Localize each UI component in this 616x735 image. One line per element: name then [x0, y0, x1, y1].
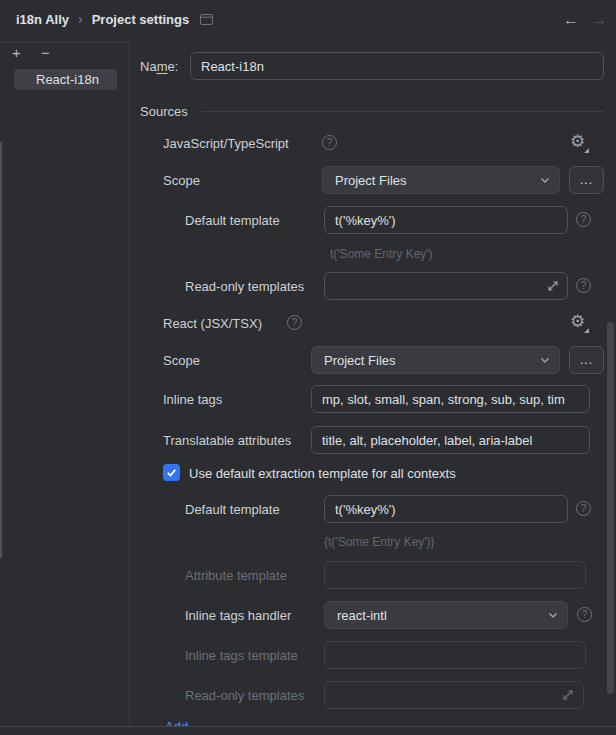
react-section-title: React (JSX/TSX) [163, 316, 262, 331]
react-default-template-hint: {t('Some Entry Key')} [324, 535, 435, 549]
js-help-icon[interactable]: ? [322, 135, 337, 150]
sources-separator-line [201, 111, 604, 112]
breadcrumb: i18n Ally › Project settings [16, 11, 213, 27]
chevron-down-icon [539, 354, 551, 366]
chevron-down-icon [539, 174, 551, 186]
react-gear-dropdown-corner-icon [584, 328, 589, 333]
react-gear-icon[interactable]: ⚙ [570, 313, 585, 330]
js-gear-dropdown-corner-icon [584, 148, 589, 153]
js-default-template-help-icon[interactable]: ? [576, 212, 591, 227]
react-default-template-input[interactable] [324, 495, 568, 523]
name-label: Name: [140, 59, 178, 74]
right-scrollbar-thumb[interactable] [607, 322, 614, 694]
js-readonly-templates-input[interactable] [324, 272, 568, 300]
js-default-template-label: Default template [185, 213, 280, 228]
js-readonly-help-icon[interactable]: ? [576, 278, 591, 293]
profile-label: React-i18n [36, 72, 99, 87]
back-arrow-button[interactable]: ← [563, 12, 579, 28]
react-scope-select[interactable]: Project Files [311, 346, 560, 374]
js-scope-browse-button[interactable]: ... [569, 166, 604, 194]
add-profile-button[interactable]: + [12, 45, 21, 61]
sources-section-title: Sources [140, 104, 188, 119]
breadcrumb-root[interactable]: i18n Ally [16, 12, 69, 27]
js-readonly-expand-icon[interactable] [546, 279, 560, 293]
inline-tags-handler-help-icon[interactable]: ? [577, 607, 592, 622]
sidebar-top-divider [0, 42, 129, 43]
use-default-template-label[interactable]: Use default extraction template for all … [189, 466, 456, 481]
left-scrollbar-thumb[interactable] [0, 142, 2, 558]
react-help-icon[interactable]: ? [287, 315, 302, 330]
js-scope-select[interactable]: Project Files [322, 166, 560, 194]
inline-tags-template-label: Inline tags template [185, 648, 298, 663]
sidebar-item-profile[interactable]: React-i18n [14, 69, 117, 90]
react-scope-browse-button[interactable]: ... [569, 346, 604, 374]
use-default-template-checkbox[interactable] [163, 464, 180, 481]
remove-profile-button[interactable]: − [41, 45, 50, 61]
react-default-template-help-icon[interactable]: ? [576, 501, 591, 516]
js-scope-label: Scope [163, 173, 200, 188]
inline-tags-input[interactable] [311, 385, 590, 413]
react-readonly-templates-input [324, 681, 584, 709]
inline-tags-handler-select[interactable]: react-intl [324, 601, 568, 629]
js-readonly-templates-label: Read-only templates [185, 279, 304, 294]
forward-arrow-button: → [591, 12, 607, 28]
settings-dialog: i18n Ally › Project settings ← → + − Rea… [0, 0, 616, 735]
inline-tags-label: Inline tags [163, 392, 222, 407]
react-default-template-label: Default template [185, 502, 280, 517]
page-title: Project settings [92, 12, 190, 27]
inline-tags-template-input [324, 641, 586, 669]
dialog-window-icon[interactable] [200, 14, 213, 25]
checkmark-icon [165, 466, 178, 479]
name-input[interactable] [190, 52, 604, 80]
bottom-divider [0, 726, 616, 727]
js-default-template-input[interactable] [324, 206, 568, 234]
js-default-template-hint: t('Some Entry Key') [330, 247, 433, 261]
chevron-right-icon: › [78, 11, 83, 27]
translatable-attributes-input[interactable] [311, 426, 590, 454]
sidebar-separator [129, 42, 130, 726]
inline-tags-handler-label: Inline tags handler [185, 608, 291, 623]
attribute-template-input [324, 561, 586, 589]
js-gear-icon[interactable]: ⚙ [570, 133, 585, 150]
translatable-attributes-label: Translatable attributes [163, 433, 291, 448]
attribute-template-label: Attribute template [185, 568, 287, 583]
react-readonly-templates-label: Read-only templates [185, 688, 304, 703]
chevron-down-icon [547, 609, 559, 621]
react-readonly-expand-icon[interactable] [561, 688, 575, 702]
js-section-title: JavaScript/TypeScript [163, 136, 289, 151]
react-scope-label: Scope [163, 353, 200, 368]
